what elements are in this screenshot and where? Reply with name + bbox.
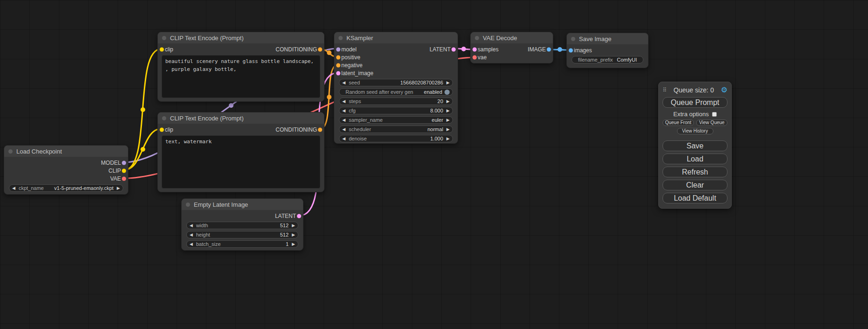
view-history-button[interactable]: View History [677,128,713,134]
node-empty-latent-image[interactable]: Empty Latent Image LATENT ◀ width 512 ▶ … [181,198,303,251]
node-load-checkpoint[interactable]: Load Checkpoint MODEL CLIP VAE ◀ ckpt_na… [4,145,128,195]
queue-front-button[interactable]: Queue Front [663,119,694,126]
prev-value-icon[interactable]: ◀ [342,118,346,122]
increment-icon[interactable]: ▶ [292,224,295,228]
output-slot-conditioning[interactable] [318,127,322,132]
input-slot-negative[interactable] [336,63,340,67]
node-title: KSampler [346,35,373,42]
output-slot-latent[interactable] [297,214,301,218]
widget-height[interactable]: ◀ height 512 ▶ [186,231,298,238]
view-queue-button[interactable]: View Queue [696,119,727,126]
widget-value: euler [432,117,443,123]
decrement-icon[interactable]: ◀ [342,137,346,141]
output-slot-clip[interactable] [122,168,126,173]
increment-icon[interactable]: ▶ [446,99,450,104]
input-slot-positive[interactable] [336,55,340,59]
next-value-icon[interactable]: ▶ [446,127,450,132]
node-title: Empty Latent Image [194,201,248,208]
node-title-bar[interactable]: Load Checkpoint [4,146,128,157]
queue-panel-header[interactable]: ⠿ Queue size: 0 ⚙ [663,85,727,95]
settings-gear-icon[interactable]: ⚙ [721,86,727,94]
output-label: VAE [110,175,121,182]
node-save-image[interactable]: Save Image images filename_prefix ComfyU… [566,33,649,68]
increment-icon[interactable]: ▶ [446,109,450,113]
increment-icon[interactable]: ▶ [446,137,450,141]
node-title-bar[interactable]: CLIP Text Encode (Prompt) [158,112,324,124]
widget-denoise[interactable]: ◀ denoise 1.000 ▶ [339,135,453,142]
input-slot-model[interactable] [336,47,340,51]
node-title-bar[interactable]: CLIP Text Encode (Prompt) [158,32,324,43]
output-row: MODEL [4,159,128,167]
decrement-icon[interactable]: ◀ [342,81,346,85]
load-default-button[interactable]: Load Default [663,193,727,203]
collapse-dot-icon[interactable] [339,36,343,40]
slot-row: latent_image [334,69,458,77]
widget-label: denoise [349,136,367,141]
input-slot-clip[interactable] [160,47,164,51]
refresh-button[interactable]: Refresh [663,167,727,177]
decrement-icon[interactable]: ◀ [342,109,346,113]
increment-icon[interactable]: ▶ [446,81,450,85]
input-label: model [341,46,357,53]
output-slot-latent[interactable] [452,47,456,51]
decrement-icon[interactable]: ◀ [190,224,193,228]
node-clip-text-encode-negative[interactable]: CLIP Text Encode (Prompt) clip CONDITION… [157,112,325,192]
node-title-bar[interactable]: VAE Decode [471,32,553,43]
output-slot-model[interactable] [122,161,126,165]
positive-prompt-textarea[interactable]: beautiful scenery nature glass bottle la… [162,55,320,98]
node-title-bar[interactable]: Empty Latent Image [182,199,303,210]
node-title: CLIP Text Encode (Prompt) [170,35,244,42]
collapse-dot-icon[interactable] [571,37,575,41]
extra-options-checkbox[interactable] [712,112,717,117]
widget-width[interactable]: ◀ width 512 ▶ [186,222,298,229]
decrement-icon[interactable]: ◀ [190,242,193,246]
input-slot-latent-image[interactable] [336,71,340,75]
widget-filename-prefix[interactable]: filename_prefix ComfyUI [572,56,643,63]
node-title: Save Image [579,35,611,42]
input-slot-images[interactable] [569,48,573,52]
node-ksampler[interactable]: KSampler model LATENT positive negative … [334,32,458,144]
input-slot-vae[interactable] [473,55,477,59]
collapse-dot-icon[interactable] [8,149,13,154]
widget-cfg[interactable]: ◀ cfg 8.000 ▶ [339,107,453,114]
output-slot-vae[interactable] [122,176,126,181]
node-title-bar[interactable]: KSampler [334,32,458,43]
widget-sampler-name[interactable]: ◀ sampler_name euler ▶ [339,116,453,124]
collapse-dot-icon[interactable] [186,203,190,207]
negative-prompt-textarea[interactable]: text, watermark [162,135,320,189]
decrement-icon[interactable]: ◀ [342,99,346,104]
toggle-knob[interactable] [445,90,450,95]
load-button[interactable]: Load [663,154,727,164]
drag-handle-icon[interactable]: ⠿ [663,87,667,93]
prev-value-icon[interactable]: ◀ [342,127,346,132]
input-slot-clip[interactable] [160,127,164,132]
widget-seed[interactable]: ◀ seed 156680208700286 ▶ [339,79,453,86]
increment-icon[interactable]: ▶ [292,233,295,237]
collapse-dot-icon[interactable] [475,36,479,40]
output-slot-image[interactable] [547,47,551,51]
prev-value-icon[interactable]: ◀ [12,186,15,190]
widget-value: 156680208700286 [400,80,443,85]
widget-random-seed-toggle[interactable]: Random seed after every gen enabled [339,88,453,96]
widget-scheduler[interactable]: ◀ scheduler normal ▶ [339,126,453,133]
node-clip-text-encode-positive[interactable]: CLIP Text Encode (Prompt) clip CONDITION… [157,32,325,102]
node-vae-decode[interactable]: VAE Decode samples IMAGE vae [470,32,553,63]
increment-icon[interactable]: ▶ [292,242,295,246]
output-slot-conditioning[interactable] [318,47,322,51]
next-value-icon[interactable]: ▶ [117,186,120,190]
input-label: images [574,47,592,54]
queue-panel[interactable]: ⠿ Queue size: 0 ⚙ Queue Prompt Extra opt… [658,82,732,209]
decrement-icon[interactable]: ◀ [190,233,193,237]
clear-button[interactable]: Clear [663,180,727,190]
input-slot-samples[interactable] [473,47,477,51]
node-title-bar[interactable]: Save Image [567,33,648,44]
collapse-dot-icon[interactable] [162,36,166,40]
widget-steps[interactable]: ◀ steps 20 ▶ [339,98,453,105]
link-midpoint-dot [327,50,332,55]
collapse-dot-icon[interactable] [162,116,166,120]
widget-batch-size[interactable]: ◀ batch_size 1 ▶ [186,240,298,248]
queue-prompt-button[interactable]: Queue Prompt [663,97,727,108]
next-value-icon[interactable]: ▶ [446,118,450,122]
widget-ckpt-name[interactable]: ◀ ckpt_name v1-5-pruned-emaonly.ckpt ▶ [9,184,123,192]
save-button[interactable]: Save [663,140,727,151]
